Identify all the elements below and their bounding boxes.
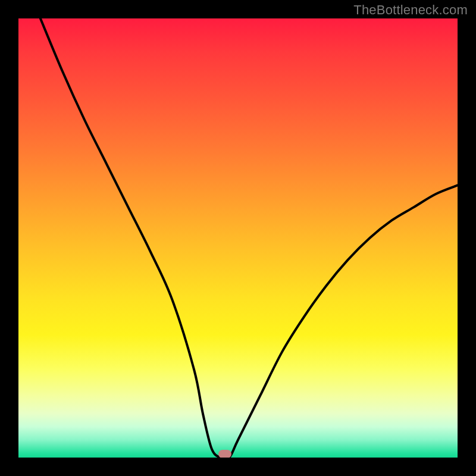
chart-frame: TheBottleneck.com [0, 0, 476, 476]
bottleneck-curve [40, 18, 458, 458]
plot-area [18, 18, 458, 458]
bottleneck-marker [218, 450, 231, 458]
watermark-text: TheBottleneck.com [353, 2, 468, 18]
curve-svg [18, 18, 458, 458]
